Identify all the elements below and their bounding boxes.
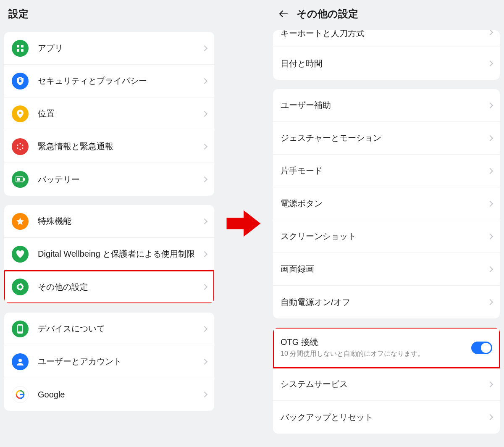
item-label: バックアップとリセット <box>281 412 484 423</box>
other-item-gesture[interactable]: ジェスチャーとモーション <box>273 122 500 155</box>
settings-item-label: 緊急情報と緊急通報 <box>38 141 198 152</box>
transition-arrow <box>218 0 269 447</box>
other-group-2: OTG 接続 10 分間使用しないと自動的にオフになります。 システムサービス … <box>273 328 500 434</box>
device-icon <box>12 321 29 337</box>
settings-item-emergency[interactable]: 緊急情報と緊急通報 <box>4 130 214 163</box>
other-item-otg[interactable]: OTG 接続 10 分間使用しないと自動的にオフになります。 <box>273 328 500 368</box>
settings-item-label: 位置 <box>38 108 198 119</box>
chevron-right-icon <box>487 299 493 305</box>
other-item-keyboard[interactable]: キーホートと人刀方式 <box>273 30 500 47</box>
chevron-right-icon <box>202 45 207 51</box>
settings-item-google[interactable]: Google <box>4 378 214 411</box>
chevron-right-icon <box>487 381 493 387</box>
settings-item-special[interactable]: 特殊機能 <box>4 205 214 238</box>
svg-rect-16 <box>18 326 22 331</box>
item-label: システムサービス <box>281 379 484 390</box>
settings-item-label: ユーザーとアカウント <box>38 356 198 367</box>
chevron-right-icon <box>487 60 493 66</box>
header: その他の設定 <box>269 0 504 30</box>
chevron-right-icon <box>202 326 207 331</box>
settings-item-label: セキュリティとプライバシー <box>38 75 198 87</box>
settings-group-1: アプリ セキュリティとプライバシー 位置 緊急情報と緊急通報 <box>4 32 214 196</box>
other-item-accessibility[interactable]: ユーザー補助 <box>273 89 500 122</box>
other-item-screenshot[interactable]: スクリーンショット <box>273 220 500 253</box>
location-icon <box>12 105 29 122</box>
chevron-right-icon <box>202 218 207 224</box>
user-icon <box>12 353 29 370</box>
svg-point-17 <box>18 359 22 362</box>
svg-rect-0 <box>17 45 19 47</box>
settings-item-device[interactable]: デバイスについて <box>4 313 214 345</box>
chevron-right-icon <box>202 251 207 257</box>
security-icon <box>12 73 29 89</box>
other-item-backup-reset[interactable]: バックアップとリセット <box>273 401 500 434</box>
emergency-icon <box>12 138 29 155</box>
settings-group-2: 特殊機能 Digital Wellbeing と保護者による使用制限 その他の設… <box>4 205 214 303</box>
svg-point-6 <box>19 143 21 144</box>
arrow-right-icon <box>225 205 262 242</box>
page-title: その他の設定 <box>297 7 358 21</box>
chevron-right-icon <box>202 358 207 364</box>
item-sublabel: 10 分間使用しないと自動的にオフになります。 <box>281 349 466 358</box>
page-title: 設定 <box>8 7 29 21</box>
other-item-screenrec[interactable]: 画面録画 <box>273 253 500 286</box>
item-label: 画面録画 <box>281 263 484 275</box>
back-button[interactable] <box>277 8 290 20</box>
item-label: 自動電源オン/オフ <box>281 297 484 308</box>
svg-rect-22 <box>20 394 24 395</box>
settings-item-label: 特殊機能 <box>38 216 198 227</box>
svg-rect-3 <box>21 49 24 52</box>
header: 設定 <box>0 0 218 30</box>
item-label: キーホートと人刀方式 <box>281 30 484 39</box>
other-item-onehand[interactable]: 片手モード <box>273 155 500 187</box>
settings-item-security[interactable]: セキュリティとプライバシー <box>4 65 214 97</box>
settings-item-label: Digital Wellbeing と保護者による使用制限 <box>38 248 198 260</box>
other-item-system-service[interactable]: システムサービス <box>273 368 500 401</box>
item-label: ユーザー補助 <box>281 100 484 111</box>
settings-item-label: デバイスについて <box>38 323 198 334</box>
svg-rect-13 <box>24 178 25 181</box>
svg-rect-14 <box>17 178 20 181</box>
chevron-right-icon <box>487 30 493 35</box>
chevron-right-icon <box>487 135 493 141</box>
svg-point-5 <box>19 112 21 114</box>
chevron-right-icon <box>202 392 207 397</box>
chevron-right-icon <box>202 110 207 116</box>
svg-rect-4 <box>19 80 21 82</box>
svg-point-11 <box>17 144 18 145</box>
item-label: OTG 接続 <box>281 337 466 348</box>
svg-point-8 <box>22 147 23 148</box>
item-label: スクリーンショット <box>281 231 484 242</box>
chevron-right-icon <box>202 143 207 149</box>
settings-item-label: Google <box>38 389 198 400</box>
arrow-left-icon <box>279 9 288 18</box>
settings-item-location[interactable]: 位置 <box>4 97 214 130</box>
apps-icon <box>12 40 29 57</box>
settings-item-other[interactable]: その他の設定 <box>4 271 214 303</box>
chevron-right-icon <box>202 78 207 84</box>
settings-item-battery[interactable]: バッテリー <box>4 163 214 196</box>
settings-group-3: デバイスについて ユーザーとアカウント Google <box>4 313 214 411</box>
otg-toggle[interactable] <box>471 342 492 354</box>
settings-screen: 設定 アプリ セキュリティとプライバシー 位置 <box>0 0 218 447</box>
other-item-power[interactable]: 電源ボタン <box>273 187 500 220</box>
other-item-datetime[interactable]: 日付と時間 <box>273 47 500 80</box>
settings-item-apps[interactable]: アプリ <box>4 32 214 65</box>
svg-point-10 <box>17 147 18 148</box>
special-icon <box>12 213 29 230</box>
battery-icon <box>12 171 29 188</box>
other-item-autopower[interactable]: 自動電源オン/オフ <box>273 286 500 318</box>
settings-item-wellbeing[interactable]: Digital Wellbeing と保護者による使用制限 <box>4 238 214 271</box>
settings-item-label: バッテリー <box>38 174 198 185</box>
chevron-right-icon <box>487 266 493 272</box>
settings-item-label: その他の設定 <box>38 281 198 293</box>
chevron-right-icon <box>487 200 493 206</box>
settings-item-users[interactable]: ユーザーとアカウント <box>4 345 214 378</box>
chevron-right-icon <box>202 176 207 182</box>
svg-point-7 <box>22 144 23 145</box>
item-label: 電源ボタン <box>281 198 484 209</box>
other-group-1: ユーザー補助 ジェスチャーとモーション 片手モード 電源ボタン スクリーンショッ… <box>273 89 500 318</box>
chevron-right-icon <box>487 233 493 239</box>
item-label: ジェスチャーとモーション <box>281 132 484 144</box>
item-label: 日付と時間 <box>281 58 484 69</box>
